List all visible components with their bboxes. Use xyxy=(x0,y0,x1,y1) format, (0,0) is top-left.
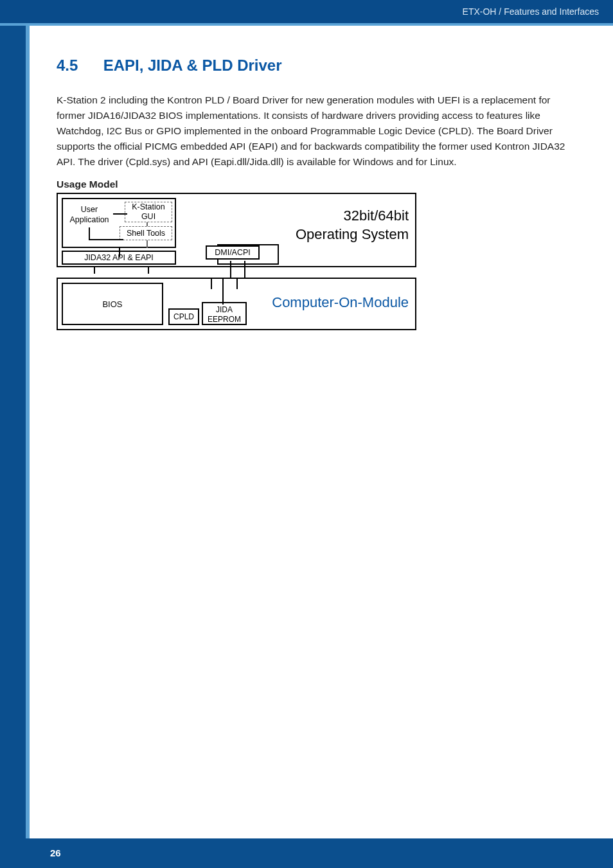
footer-bar: 26 xyxy=(0,838,613,868)
connector-line xyxy=(222,279,224,305)
user-application-box: User Application xyxy=(66,202,113,227)
connector-line xyxy=(147,240,148,248)
section-heading: 4.5 EAPI, JIDA & PLD Driver xyxy=(57,57,574,75)
cpld-box: CPLD xyxy=(168,308,199,325)
app-stack: User Application K-Station GUI Shell Too… xyxy=(62,198,176,248)
connector-line xyxy=(211,279,212,289)
usage-model-subhead: Usage Model xyxy=(57,179,574,190)
header-underline xyxy=(0,23,613,26)
computer-on-module-label: Computer-On-Module xyxy=(272,294,409,311)
kstation-gui-box: K-Station GUI xyxy=(125,202,172,222)
page-number: 26 xyxy=(31,838,80,868)
connector-line xyxy=(147,222,148,226)
section-title-text: EAPI, JIDA & PLD Driver xyxy=(103,57,282,74)
os-block: User Application K-Station GUI Shell Too… xyxy=(57,193,416,267)
connector-line xyxy=(113,213,127,215)
section-paragraph: K-Station 2 including the Kontron PLD / … xyxy=(57,93,574,170)
dmi-acpi-box: DMI/ACPI xyxy=(206,245,260,260)
os-label-line2: Operating System xyxy=(296,226,409,244)
page-content: 4.5 EAPI, JIDA & PLD Driver K-Station 2 … xyxy=(57,57,574,330)
connector-line xyxy=(94,266,95,274)
connector-line xyxy=(89,227,90,240)
shell-tools-box: Shell Tools xyxy=(120,226,172,240)
connector-line xyxy=(230,261,231,279)
header-bar: ETX-OH / Features and Interfaces xyxy=(0,0,613,23)
connector-line xyxy=(236,279,238,289)
os-label-line1: 32bit/64bit xyxy=(296,207,409,226)
left-spine-accent xyxy=(26,23,30,868)
jida-eeprom-box: JIDA EEPROM xyxy=(202,302,247,325)
bios-box: BIOS xyxy=(62,283,163,325)
usage-model-diagram: User Application K-Station GUI Shell Too… xyxy=(57,193,416,330)
connector-line xyxy=(148,266,149,274)
os-label: 32bit/64bit Operating System xyxy=(296,207,409,244)
connector-line xyxy=(89,239,123,240)
section-number: 4.5 xyxy=(57,57,99,75)
module-block: BIOS CPLD JIDA EEPROM Computer-On-Module xyxy=(57,278,416,330)
connector-line xyxy=(244,261,245,279)
breadcrumb: ETX-OH / Features and Interfaces xyxy=(463,6,599,17)
jida32-eapi-box: JIDA32 API & EAPI xyxy=(62,251,176,265)
